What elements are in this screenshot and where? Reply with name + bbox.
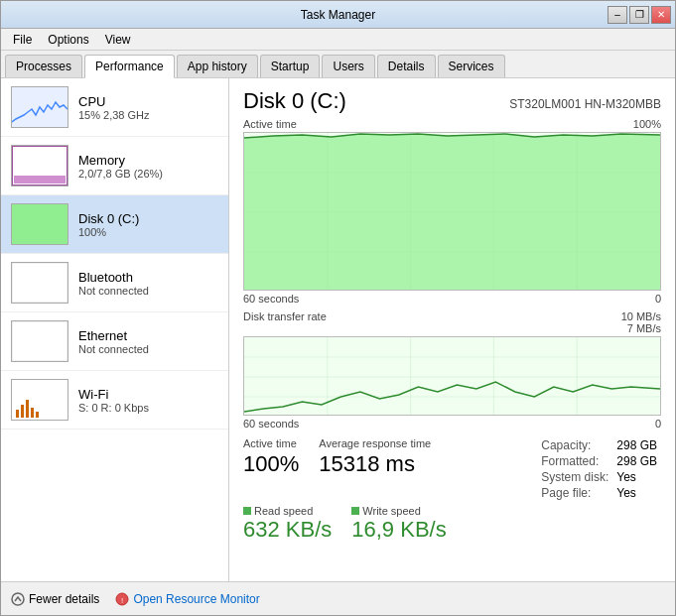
disk-title: Disk 0 (C:) [78, 211, 218, 226]
cpu-chart [12, 87, 68, 127]
fewer-details-button[interactable]: Fewer details [11, 592, 99, 606]
memory-subtitle: 2,0/7,8 GB (26%) [78, 168, 218, 180]
transfer-label-row: Disk transfer rate 10 MB/s 7 MB/s [243, 310, 661, 334]
read-speed-icon [243, 507, 251, 515]
sidebar-item-wifi[interactable]: Wi-Fi S: 0 R: 0 Kbps [1, 371, 228, 430]
capacity-label: Capacity: [537, 437, 612, 453]
svg-rect-8 [21, 405, 24, 418]
disk-transfer-section: Disk transfer rate 10 MB/s 7 MB/s [243, 310, 661, 430]
disk-panel-title: Disk 0 (C:) [243, 88, 346, 114]
avg-response-value: 15318 ms [319, 451, 431, 477]
cpu-subtitle: 15% 2,38 GHz [78, 109, 218, 121]
transfer-right-labels: 10 MB/s 7 MB/s [621, 310, 661, 334]
write-speed-label-text: Write speed [362, 505, 421, 517]
transfer-svg [244, 337, 660, 416]
resource-monitor-label: Open Resource Monitor [133, 592, 259, 606]
cpu-thumbnail [11, 86, 68, 128]
disk-thumbnail [11, 203, 68, 245]
ethernet-info: Ethernet Not connected [78, 328, 218, 355]
svg-rect-7 [16, 410, 19, 418]
sidebar-item-bluetooth[interactable]: Bluetooth Not connected [1, 254, 228, 312]
tab-startup[interactable]: Startup [260, 55, 321, 77]
sidebar: CPU 15% 2,38 GHz Memory 2,0/7,8 GB (26%) [1, 78, 229, 581]
wifi-chart [12, 380, 68, 420]
svg-marker-20 [244, 134, 660, 291]
disk-chart [12, 204, 68, 244]
pagefile-row: Page file: Yes [537, 485, 661, 501]
bluetooth-subtitle: Not connected [78, 285, 218, 297]
window-controls: – ❐ ✕ [608, 6, 671, 24]
active-time-chart [243, 132, 661, 291]
transfer-bottom: 60 seconds 0 [243, 418, 661, 430]
cpu-title: CPU [78, 94, 218, 109]
cpu-info: CPU 15% 2,38 GHz [78, 94, 218, 121]
speed-row: Read speed 632 KB/s Write speed 16,9 KB/… [243, 505, 661, 543]
active-time-stat-label: Active time [243, 437, 299, 449]
write-speed-value: 16,9 KB/s [351, 517, 446, 543]
read-speed-label-text: Read speed [254, 505, 313, 517]
transfer-right-10mb: 10 MB/s [621, 310, 661, 322]
tab-processes[interactable]: Processes [5, 55, 82, 77]
disk-subtitle: 100% [78, 226, 218, 238]
system-row: System disk: Yes [537, 469, 661, 485]
monitor-icon: ! [115, 592, 129, 606]
ethernet-chart [12, 321, 68, 361]
formatted-label: Formatted: [537, 453, 612, 469]
ethernet-subtitle: Not connected [78, 343, 218, 355]
svg-rect-10 [31, 408, 34, 418]
disk-model: ST320LM001 HN-M320MBB [509, 97, 661, 111]
bluetooth-info: Bluetooth Not connected [78, 270, 218, 297]
active-time-stat: Active time 100% [243, 437, 299, 501]
svg-rect-21 [244, 337, 660, 416]
stats-row: Active time 100% Average response time 1… [243, 437, 661, 501]
formatted-value: 298 GB [612, 453, 661, 469]
chart-right-label: 0 [655, 293, 661, 305]
maximize-button[interactable]: ❐ [629, 6, 649, 24]
wifi-title: Wi-Fi [78, 387, 218, 402]
active-time-bottom: 60 seconds 0 [243, 293, 661, 305]
open-resource-monitor-link[interactable]: ! Open Resource Monitor [115, 592, 259, 606]
pagefile-value: Yes [612, 485, 661, 501]
menu-file[interactable]: File [5, 31, 40, 49]
main-panel: Disk 0 (C:) ST320LM001 HN-M320MBB Active… [229, 78, 675, 581]
menu-bar: File Options View [1, 29, 675, 51]
sidebar-item-ethernet[interactable]: Ethernet Not connected [1, 312, 228, 371]
right-stats-table: Capacity: 298 GB Formatted: 298 GB Syste… [537, 437, 661, 501]
sidebar-item-disk[interactable]: Disk 0 (C:) 100% [1, 195, 228, 254]
tab-users[interactable]: Users [322, 55, 374, 77]
close-button[interactable]: ✕ [651, 6, 671, 24]
memory-info: Memory 2,0/7,8 GB (26%) [78, 153, 218, 180]
tab-details[interactable]: Details [377, 55, 436, 77]
menu-options[interactable]: Options [40, 31, 96, 49]
svg-point-29 [12, 593, 24, 605]
read-speed-value: 632 KB/s [243, 517, 332, 543]
tab-performance[interactable]: Performance [84, 55, 175, 78]
sidebar-item-cpu[interactable]: CPU 15% 2,38 GHz [1, 78, 228, 137]
tab-app-history[interactable]: App history [177, 55, 258, 77]
tab-services[interactable]: Services [438, 55, 505, 77]
active-time-svg [244, 133, 660, 291]
fewer-details-label: Fewer details [29, 592, 99, 606]
avg-response-stat: Average response time 15318 ms [319, 437, 431, 501]
active-time-label-row: Active time 100% [243, 118, 661, 130]
svg-rect-11 [36, 412, 39, 418]
capacity-value: 298 GB [612, 437, 661, 453]
svg-rect-2 [14, 176, 66, 184]
pagefile-label: Page file: [537, 485, 612, 501]
sidebar-item-memory[interactable]: Memory 2,0/7,8 GB (26%) [1, 137, 228, 195]
memory-title: Memory [78, 153, 218, 168]
transfer-right-7mb: 7 MB/s [621, 322, 661, 334]
svg-rect-6 [12, 380, 68, 420]
svg-rect-5 [12, 321, 68, 361]
bluetooth-chart [12, 263, 68, 303]
ethernet-title: Ethernet [78, 328, 218, 343]
avg-response-label: Average response time [319, 437, 431, 449]
tab-bar: Processes Performance App history Startu… [1, 51, 675, 78]
minimize-button[interactable]: – [608, 6, 627, 24]
system-label: System disk: [537, 469, 612, 485]
bluetooth-title: Bluetooth [78, 270, 218, 285]
memory-chart [12, 146, 68, 185]
menu-view[interactable]: View [97, 31, 139, 49]
wifi-subtitle: S: 0 R: 0 Kbps [78, 402, 218, 414]
active-time-section: Active time 100% [243, 118, 661, 305]
